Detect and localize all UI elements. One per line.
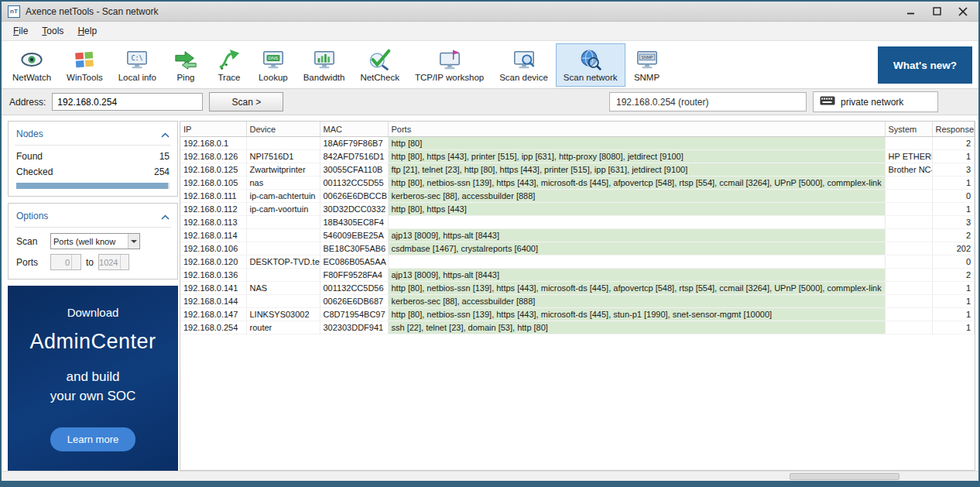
toolbar-item-local-info[interactable]: C:\Local info	[111, 43, 164, 87]
cell-response: 1	[932, 321, 975, 334]
table-row[interactable]: 192.168.0.118A6F79F86B7http [80]2	[180, 137, 975, 150]
port-to-value: 1024	[99, 258, 119, 267]
toolbar-item-trace[interactable]: Trace	[207, 43, 251, 87]
cell-device	[246, 137, 320, 150]
table-row[interactable]: 192.168.0.125Zwartwitprinter30055CFA110B…	[180, 163, 975, 177]
table-row[interactable]: 192.168.0.147LINKSYS03002C8D71954BC97htt…	[180, 308, 975, 321]
ports-range-label: Ports	[16, 257, 46, 268]
address-label: Address:	[9, 97, 46, 108]
table-row[interactable]: 192.168.0.141NAS001132CC5D56http [80], n…	[180, 282, 975, 295]
spin-down-icon[interactable]	[121, 262, 129, 270]
toolbar-item-netwatch[interactable]: NetWatch	[5, 43, 59, 87]
cell-ip: 192.168.0.120	[180, 256, 246, 269]
table-row[interactable]: 192.168.0.14400626E6DB687kerberos-sec [8…	[180, 295, 975, 308]
horizontal-scrollbar-thumb[interactable]	[790, 473, 899, 480]
column-header-response[interactable]: Response	[932, 122, 975, 137]
netcheck-icon	[368, 48, 392, 71]
keyboard-icon	[820, 96, 835, 108]
learn-more-button[interactable]: Learn more	[50, 427, 135, 451]
tcpip-workshop-icon	[438, 48, 461, 71]
scan-button[interactable]: Scan >	[209, 92, 283, 111]
cell-ports: http [80], netbios-ssn [139], https [443…	[388, 308, 885, 321]
cell-mac: 30055CFA110B	[320, 163, 388, 177]
scan-network-icon	[579, 48, 602, 71]
cell-ports: csdmbase [1467], crystalreports [6400]	[388, 242, 885, 256]
port-from-stepper[interactable]: 0	[50, 254, 81, 270]
cell-ports: http [80], netbios-ssn [139], https [443…	[388, 177, 885, 190]
cell-system: Brother NC-	[885, 163, 932, 177]
column-header-ip[interactable]: IP	[180, 122, 246, 137]
toolbar-item-label: Scan network	[564, 73, 618, 82]
minimize-icon[interactable]	[904, 5, 917, 18]
toolbar-item-scan-network[interactable]: Scan network	[556, 43, 625, 87]
maximize-icon[interactable]	[930, 5, 943, 18]
column-header-mac[interactable]: MAC	[320, 122, 388, 137]
table-row[interactable]: 192.168.0.112ip-cam-voortuin30D32DCC0332…	[180, 203, 975, 216]
port-to-stepper[interactable]: 1024	[98, 254, 129, 270]
cell-device: NAS	[246, 282, 320, 295]
cell-system	[885, 295, 932, 308]
toolbar-item-snmp[interactable]: SNMPSNMP	[625, 43, 669, 87]
cell-ip: 192.168.0.147	[180, 308, 246, 321]
chevron-down-icon[interactable]	[128, 234, 139, 249]
horizontal-scrollbar[interactable]	[2, 471, 978, 481]
whats-new-button[interactable]: What's new?	[878, 46, 972, 84]
found-label: Found	[16, 151, 43, 162]
cell-ip: 192.168.0.106	[180, 242, 246, 256]
column-header-system[interactable]: System	[885, 122, 932, 137]
table-row[interactable]: 192.168.0.114546009EBE25Aajp13 [8009], h…	[180, 229, 975, 242]
toolbar-item-label: Local info	[118, 73, 156, 82]
cell-ports	[388, 216, 885, 229]
port-from-value: 0	[51, 258, 71, 267]
close-icon[interactable]	[957, 5, 969, 18]
table-row[interactable]: 192.168.0.111ip-cam-achtertuin00626E6DBC…	[180, 190, 975, 203]
found-value: 15	[159, 151, 170, 162]
table-row[interactable]: 192.168.0.136F80FF9528FA4ajp13 [8009], h…	[180, 269, 975, 282]
cell-ip: 192.168.0.125	[180, 163, 246, 177]
column-header-device[interactable]: Device	[246, 122, 320, 137]
scan-mode-select[interactable]: Ports (well know	[50, 233, 140, 249]
cell-mac: 00626E6DBCCB	[320, 190, 388, 203]
column-header-ports[interactable]: Ports	[388, 122, 885, 137]
menu-tools[interactable]: Tools	[35, 22, 70, 39]
ping-icon	[174, 48, 197, 71]
nodes-panel-header[interactable]: Nodes	[15, 125, 171, 146]
toolbar-item-tcp-ip-workshop[interactable]: TCP/IP workshop	[407, 43, 492, 87]
toolbar-item-wintools[interactable]: WinTools	[59, 43, 111, 87]
cell-mac: 30D32DCC0332	[320, 203, 388, 216]
table-row[interactable]: 192.168.0.106BE18C30F5AB6csdmbase [1467]…	[180, 242, 975, 256]
toolbar-item-scan-device[interactable]: Scan device	[492, 43, 556, 87]
cell-mac: BE18C30F5AB6	[320, 242, 388, 256]
spin-up-icon[interactable]	[121, 255, 129, 262]
collapse-chevron-icon[interactable]	[161, 209, 170, 223]
cell-device	[246, 216, 320, 229]
spin-up-icon[interactable]	[72, 255, 81, 262]
toolbar-item-bandwidth[interactable]: Bandwidth	[296, 43, 353, 87]
toolbar-item-ping[interactable]: Ping	[164, 43, 207, 87]
ad-line-and-build: and build	[66, 368, 119, 387]
menu-file[interactable]: File	[6, 22, 35, 39]
table-row[interactable]: 192.168.0.254router302303DDF941ssh [22],…	[180, 321, 975, 334]
menu-help[interactable]: Help	[70, 22, 104, 39]
table-row[interactable]: 192.168.0.120DESKTOP-TVD.teleEC086B05A5A…	[180, 256, 975, 269]
sidebar: Nodes Found 15 Checked 254 Options	[8, 121, 178, 471]
address-input[interactable]	[52, 93, 203, 111]
bandwidth-icon	[313, 48, 336, 71]
cell-device	[246, 242, 320, 256]
admincenter-ad-banner[interactable]: Download AdminCenter and build your own …	[8, 286, 178, 471]
scan-mode-label: Scan	[16, 236, 46, 247]
network-type-box[interactable]: private network	[813, 91, 938, 112]
table-row[interactable]: 192.168.0.11318B4305EC8F43	[180, 216, 975, 229]
ad-line-admincenter: AdminCenter	[29, 330, 156, 354]
table-row[interactable]: 192.168.0.126NPI7516D1842AFD7516D1http […	[180, 150, 975, 163]
table-row[interactable]: 192.168.0.105nas001132CC5D55http [80], n…	[180, 177, 975, 190]
cell-response: 1	[932, 203, 975, 216]
ad-line-your-own-soc: your own SOC	[50, 387, 136, 406]
cell-response: 2	[932, 269, 975, 282]
options-panel-header[interactable]: Options	[15, 207, 171, 228]
toolbar-item-lookup[interactable]: DNSLookup	[251, 43, 296, 87]
toolbar-item-netcheck[interactable]: NetCheck	[352, 43, 407, 87]
collapse-chevron-icon[interactable]	[161, 127, 170, 141]
cell-mac: 18A6F79F86B7	[320, 137, 388, 150]
spin-down-icon[interactable]	[72, 262, 81, 270]
